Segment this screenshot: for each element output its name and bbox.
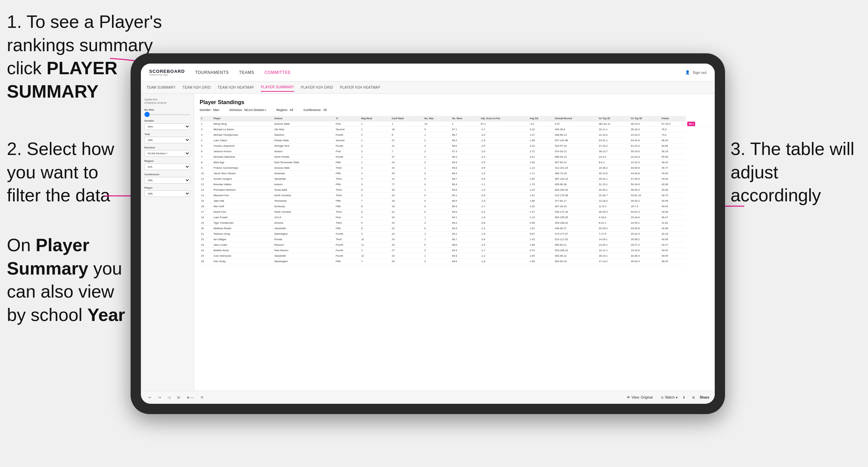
table-cell: 12 [200, 182, 212, 187]
table-row: 3Michael ThorbjornsenStanfordFourth28168… [200, 132, 709, 138]
nav-teams[interactable]: TEAMS [239, 70, 254, 75]
table-cell: 73.2 [660, 132, 686, 138]
nav-committee[interactable]: COMMITTEE [265, 70, 291, 75]
table-cell: 1.43 [528, 237, 554, 242]
year-select[interactable]: (All) [144, 137, 190, 143]
table-cell: Fifth [334, 226, 360, 231]
table-row: 7Nicholas GabrelcikNorth FloridaFourth12… [200, 154, 709, 160]
conference-select[interactable]: (All) [144, 177, 190, 184]
col-conf-rank: Conf Rank [390, 116, 423, 121]
table-cell: -1.7 [479, 248, 528, 253]
table-cell: 25-42-3 [630, 231, 660, 237]
table-cell: 19 [200, 220, 212, 226]
col-player: Player [212, 116, 273, 121]
gender-select[interactable]: Men [144, 123, 190, 130]
table-cell: 14-3-3 [597, 154, 629, 160]
table-cell: 24 [390, 160, 423, 165]
table-row: 16Alex GoffKentuckyFifth819068.3-1.71.92… [200, 204, 709, 209]
table-cell: 27 [390, 248, 423, 253]
sub-nav-team-h2h-grid[interactable]: TEAM H2H GRID [182, 84, 211, 91]
table-cell: Second [334, 127, 360, 132]
table-cell: 1.71 [528, 171, 554, 176]
table-cell: 562-82-23 [554, 259, 598, 264]
sub-nav-team-h2h-heatmap[interactable]: TEAM H2H HEATMAP [218, 84, 254, 91]
sub-nav-team-summary[interactable]: TEAM SUMMARY [146, 84, 176, 91]
sub-nav-player-summary[interactable]: PLAYER SUMMARY [261, 83, 294, 92]
nav-links: TOURNAMENTS TEAMS COMMITTEE [195, 70, 685, 75]
table-cell: -2.7 [479, 127, 528, 132]
col-reg-rank: Reg Rank [360, 116, 390, 121]
col-vs-top50: Vs Top 50 [630, 116, 660, 121]
table-cell: 18 [200, 215, 212, 220]
sub-nav-player-h2h-heatmap[interactable]: PLAYER H2H HEATMAP [340, 84, 380, 91]
table-cell: 1 [450, 121, 479, 127]
toolbar-paste[interactable]: ⊕ — [185, 394, 196, 400]
table-cell: Cole Sherwood [212, 253, 273, 259]
table-cell: 68.3 [450, 160, 479, 165]
toolbar-grid[interactable]: ⊞ [690, 394, 697, 400]
logo-subtitle: Powered by clippi [149, 74, 185, 76]
table-cell: 1.61 [528, 226, 554, 231]
gender-label: Gender [144, 119, 190, 122]
table-cell: Arizona State [273, 121, 334, 127]
nav-icon: 👤 [685, 70, 690, 75]
toolbar-refresh[interactable]: ⟳ [199, 394, 205, 400]
table-cell: Third [334, 209, 360, 215]
table-cell: -2.5 [479, 160, 528, 165]
table-row: 4Luke ClatonFlorida StateSecond127268.2-… [200, 138, 709, 143]
table-cell: 10 [200, 171, 212, 176]
table-cell: 509-82-21 [554, 242, 598, 248]
player-select[interactable]: (All) [144, 190, 190, 197]
table-cell: 54-51-4 [630, 209, 660, 215]
tablet-outer: SCOREBOARD Powered by clippi TOURNAMENTS… [131, 53, 725, 414]
table-cell: 21 [390, 176, 423, 182]
toolbar-watch[interactable]: ⊙ Watch ▾ [661, 396, 678, 399]
table-cell: 0 [423, 209, 450, 215]
table-cell: 1 [360, 248, 390, 253]
table-cell: 1.92 [528, 204, 554, 209]
table-row: 17David FordNorth CarolinaThird421069.0-… [200, 209, 709, 215]
toolbar-redo[interactable]: ↪ [156, 394, 163, 400]
player-standings-table: # Player School Yr Reg Rank Conf Rank No… [200, 116, 709, 264]
table-cell: Fourth [334, 143, 360, 149]
table-cell: 1.50 [528, 176, 554, 182]
table-cell: 27-10-2 [597, 143, 629, 149]
table-row: 15Jake HallTennesseeFifth718068.5-1.51.6… [200, 198, 709, 204]
table-cell: 0 [423, 226, 450, 231]
table-cell: 0 [423, 171, 450, 176]
toolbar-copy[interactable]: ⧉ [175, 394, 182, 401]
table-cell: Fifth [334, 182, 360, 187]
toolbar-download[interactable]: ⬇ [680, 394, 687, 400]
table-cell: 69.5 [450, 226, 479, 231]
division-select[interactable]: NCAA Division I [144, 150, 190, 157]
table-cell: 412-221-24 [554, 165, 598, 171]
table-cell: 19-39-2 [597, 165, 629, 171]
table-cell: Fourth [334, 242, 360, 248]
table-cell: 1 [360, 121, 390, 127]
table-cell: Ole Miss [273, 127, 334, 132]
region-control: Region N/A [144, 159, 190, 170]
col-no-wins: No. Wins [450, 116, 479, 121]
table-cell: -1.8 [479, 231, 528, 237]
region-select[interactable]: N/A [144, 164, 190, 170]
toolbar-share[interactable]: Share [700, 396, 709, 399]
table-row: 13Phichaksn MaichonTexas A&MThird630169.… [200, 187, 709, 193]
table-cell: 38-46-4 [630, 187, 660, 193]
nav-tournaments[interactable]: TOURNAMENTS [195, 70, 229, 75]
sub-nav-player-h2h-grid[interactable]: PLAYER H2H GRID [301, 84, 333, 91]
sidebar-update: Update time: 27/03/2024 16:56:26 [144, 98, 190, 105]
table-row: 22Ian GilliganFloridaThird1024168.7-0.91… [200, 237, 709, 242]
table-cell: 0.74 [528, 248, 554, 253]
year-label: Year [144, 133, 190, 136]
toolbar-undo[interactable]: ↩ [146, 394, 153, 400]
table-cell: 27 [390, 138, 423, 143]
sign-out-link[interactable]: Sign out [693, 70, 706, 75]
table-cell: 58.18 [660, 149, 686, 154]
no-rds-slider[interactable] [144, 114, 190, 115]
table-cell: -1.1 [479, 182, 528, 187]
table-cell: Luke Claton [212, 138, 273, 143]
table-cell: 77 [390, 182, 423, 187]
toolbar-back[interactable]: ◁ [166, 394, 173, 400]
table-cell: 25 [200, 253, 212, 259]
table-cell: New Mexico [273, 248, 334, 253]
